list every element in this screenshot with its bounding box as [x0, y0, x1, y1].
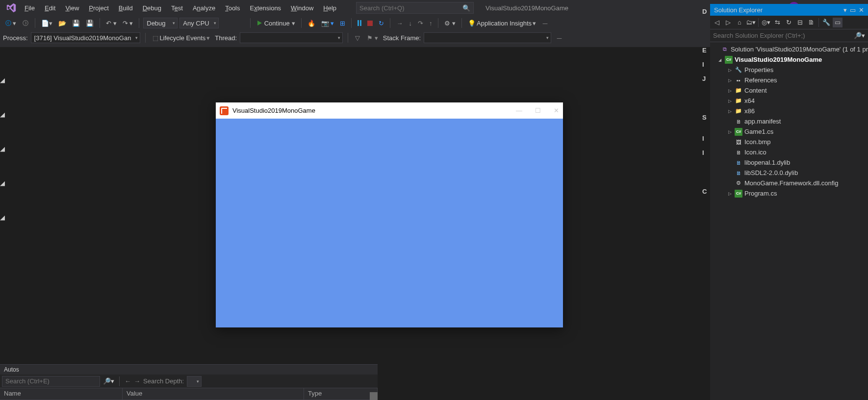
nav-back-button[interactable]: ▾: [3, 19, 18, 28]
solution-explorer-search[interactable]: 🔎▾: [710, 29, 868, 42]
solution-explorer-title[interactable]: Solution Explorer ▾ ▭ ✕: [710, 4, 868, 16]
content-folder-node[interactable]: 📁 Content: [710, 85, 868, 96]
autos-scrollbar[interactable]: [370, 392, 378, 400]
game-close-button[interactable]: ✕: [554, 107, 559, 114]
autos-column-headers: Name Value Type: [0, 388, 378, 400]
left-collapsed-tabs[interactable]: ◢◢◢◢◢: [0, 76, 6, 248]
libopenal-node[interactable]: 🗎 libopenal.1.dylib: [710, 157, 868, 168]
application-insights-button[interactable]: 💡 Application Insights ▾: [466, 19, 538, 28]
stop-debugging-button[interactable]: [365, 20, 375, 27]
file-icon: 🗎: [735, 149, 742, 156]
icon-bmp-node[interactable]: 🖼 Icon.bmp: [710, 137, 868, 147]
x86-folder-node[interactable]: 📁 x86: [710, 106, 868, 116]
configuration-combo[interactable]: Debug: [143, 18, 178, 28]
nav-forward-button[interactable]: [20, 19, 31, 27]
menu-analyze[interactable]: Analyze: [188, 2, 220, 14]
running-game-window[interactable]: VisualStudio2019MonoGame — ☐ ✕: [216, 102, 563, 327]
intellitrace-button[interactable]: ⚙ ▾: [442, 19, 458, 28]
visual-studio-logo-icon: [6, 2, 17, 13]
switch-views-icon[interactable]: 🗂▾: [746, 18, 756, 27]
game-maximize-button[interactable]: ☐: [535, 107, 541, 114]
save-button[interactable]: 💾: [70, 19, 82, 28]
libsdl-node[interactable]: 🗎 libSDL2-2.0.0.dylib: [710, 168, 868, 178]
menu-debug[interactable]: Debug: [138, 2, 166, 14]
redo-button[interactable]: ↷ ▾: [121, 19, 135, 28]
menu-view[interactable]: View: [60, 2, 84, 14]
right-collapsed-tabs[interactable]: DEIJSIIC: [702, 8, 709, 226]
game-window-titlebar[interactable]: VisualStudio2019MonoGame — ☐ ✕: [216, 102, 563, 119]
properties-icon[interactable]: 🔧: [821, 18, 831, 27]
lifecycle-events-button[interactable]: ⬚ Lifecycle Events ▾: [151, 33, 212, 43]
stack-frame-combo[interactable]: [424, 32, 551, 43]
forward-icon[interactable]: ▷: [723, 18, 733, 27]
menu-build[interactable]: Build: [114, 2, 138, 14]
home-icon[interactable]: ⌂: [735, 18, 744, 27]
quick-launch-search[interactable]: 🔍: [356, 2, 474, 14]
solution-explorer-toolbar: ◁ ▷ ⌂ 🗂▾ ◎▾ ⇆ ↻ ⊟ 🗎 🔧 ▭: [710, 16, 868, 29]
col-type-header[interactable]: Type: [304, 388, 378, 400]
show-all-files-icon[interactable]: 🗎: [806, 18, 816, 27]
step-into-button[interactable]: ↓: [407, 19, 414, 28]
folder-icon: 📁: [735, 87, 742, 95]
autos-panel-title: Autos: [0, 365, 378, 375]
search-next-button[interactable]: →: [134, 377, 140, 385]
solution-node[interactable]: ⧉ Solution 'VisualStudio2019MonoGame' (1…: [710, 44, 868, 54]
app-manifest-node[interactable]: 🗎 app.manifest: [710, 116, 868, 126]
menu-project[interactable]: Project: [84, 2, 113, 14]
x64-folder-node[interactable]: 📁 x64: [710, 96, 868, 106]
project-node[interactable]: C# VisualStudio2019MonoGame: [710, 54, 868, 65]
col-value-header[interactable]: Value: [123, 388, 304, 400]
save-all-button[interactable]: 💾: [84, 19, 96, 28]
panel-close-icon[interactable]: ✕: [859, 6, 864, 14]
refresh-icon[interactable]: ↻: [784, 18, 793, 27]
menu-window[interactable]: Window: [286, 2, 318, 14]
step-out-button[interactable]: ↑: [427, 19, 434, 28]
debug-toolbar-overflow[interactable]: ⸺: [554, 33, 564, 43]
menu-help[interactable]: Help: [318, 2, 341, 14]
diagnostic-button[interactable]: ⊞: [338, 19, 347, 28]
menu-edit[interactable]: Edit: [40, 2, 60, 14]
step-over-button[interactable]: ↷: [416, 19, 425, 28]
menu-tools[interactable]: Tools: [220, 2, 245, 14]
search-depth-combo[interactable]: [187, 376, 202, 387]
break-all-button[interactable]: [356, 19, 363, 27]
autos-search-input[interactable]: [2, 376, 100, 387]
menu-test[interactable]: Test: [166, 2, 188, 14]
program-cs-node[interactable]: C# Program.cs: [710, 188, 868, 199]
menu-extensions[interactable]: Extensions: [245, 2, 286, 14]
continue-button[interactable]: Continue ▾: [255, 19, 297, 28]
mg-config-node[interactable]: ⚙ MonoGame.Framework.dll.config: [710, 178, 868, 188]
thread-label: Thread:: [215, 34, 237, 42]
undo-button[interactable]: ↶ ▾: [104, 19, 119, 28]
panel-pin-icon[interactable]: ▭: [850, 6, 856, 14]
icon-ico-node[interactable]: 🗎 Icon.ico: [710, 147, 868, 157]
col-name-header[interactable]: Name: [0, 388, 123, 400]
preview-selected-icon[interactable]: ▭: [833, 18, 842, 27]
game-minimize-button[interactable]: —: [516, 107, 522, 114]
hot-reload-button[interactable]: 🔥: [306, 19, 317, 28]
back-icon[interactable]: ◁: [712, 18, 722, 27]
pending-changes-filter-icon[interactable]: ◎▾: [761, 18, 771, 27]
filter-threads-button[interactable]: ▽: [353, 33, 362, 43]
panel-menu-icon[interactable]: ▾: [843, 6, 847, 14]
open-file-button[interactable]: 📂: [56, 19, 68, 28]
properties-node[interactable]: 🔧 Properties: [710, 65, 868, 75]
restart-button[interactable]: ↻: [377, 19, 386, 28]
show-next-statement-button[interactable]: →: [394, 19, 405, 28]
quick-launch-input[interactable]: [359, 4, 462, 12]
flag-threads-button[interactable]: ⚑ ▾: [365, 33, 380, 43]
search-prev-button[interactable]: ←: [125, 377, 131, 385]
search-icon: 🔎▾: [854, 32, 865, 39]
new-project-button[interactable]: 📄▾: [39, 19, 54, 28]
toolbar-overflow[interactable]: ⸺: [540, 19, 550, 28]
menu-file[interactable]: File: [20, 2, 40, 14]
game1-cs-node[interactable]: C# Game1.cs: [710, 126, 868, 137]
references-node[interactable]: ▪▪ References: [710, 75, 868, 85]
thread-combo[interactable]: [240, 32, 343, 43]
collapse-all-icon[interactable]: ⊟: [795, 18, 805, 27]
platform-combo[interactable]: Any CPU: [179, 18, 218, 28]
sync-icon[interactable]: ⇆: [772, 18, 782, 27]
solution-explorer-search-input[interactable]: [713, 32, 854, 39]
screenshot-button[interactable]: 📷 ▾: [319, 19, 336, 28]
process-combo[interactable]: [3716] VisualStudio2019MonoGan: [31, 32, 141, 43]
